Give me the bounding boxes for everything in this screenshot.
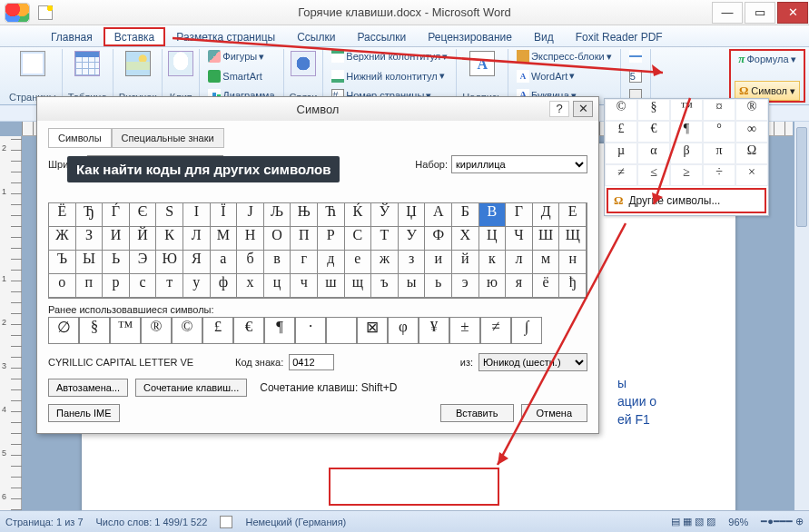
minimize-button[interactable]: — [712, 2, 743, 24]
char-cell[interactable]: Ж [49, 227, 76, 251]
recent-cell[interactable]: £ [202, 317, 233, 344]
char-cell[interactable]: т [156, 274, 183, 298]
symbol-quick-cell[interactable]: π [703, 143, 735, 164]
char-cell[interactable]: с [130, 274, 157, 298]
btn-footer[interactable]: Нижний колонтитул▾ [329, 69, 447, 84]
char-cell[interactable]: Ш [533, 227, 560, 251]
char-cell[interactable]: ф [211, 274, 238, 298]
char-cell[interactable]: Ћ [318, 203, 345, 227]
symbol-quick-cell[interactable]: ¤ [703, 99, 735, 121]
symbol-quick-cell[interactable]: ∞ [735, 121, 768, 143]
symbol-quick-cell[interactable]: µ [605, 143, 637, 164]
char-cell[interactable]: Ъ [49, 251, 76, 274]
char-cell[interactable]: И [103, 227, 130, 251]
code-input[interactable] [289, 354, 334, 370]
char-cell[interactable]: э [452, 274, 479, 298]
view-buttons[interactable]: ▤ ▦ ▧ ▨ [671, 516, 715, 527]
symbol-quick-cell[interactable]: ≥ [670, 164, 703, 186]
char-cell[interactable]: Т [371, 227, 399, 251]
recent-cell[interactable]: ¶ [264, 317, 295, 344]
char-cell[interactable]: З [76, 227, 104, 251]
symbol-quick-cell[interactable]: ® [735, 99, 768, 121]
char-cell[interactable]: П [291, 227, 318, 251]
char-cell[interactable]: Б [452, 203, 479, 227]
tab-home[interactable]: Главная [40, 27, 104, 46]
char-cell[interactable]: к [479, 251, 507, 274]
status-page[interactable]: Страница: 1 из 7 [5, 517, 84, 527]
set-select[interactable]: кириллица [451, 155, 587, 173]
char-cell[interactable]: ш [318, 274, 345, 298]
symbol-quick-cell[interactable]: © [605, 99, 637, 121]
char-cell[interactable]: в [264, 251, 291, 274]
char-cell[interactable]: Ђ [76, 203, 104, 227]
symbol-quick-cell[interactable]: α [637, 143, 670, 164]
char-cell[interactable]: Д [533, 203, 560, 227]
char-cell[interactable]: ц [264, 274, 291, 298]
char-cell[interactable]: Ї [211, 203, 238, 227]
symbol-quick-cell[interactable]: × [735, 164, 768, 186]
char-cell[interactable]: о [49, 274, 76, 298]
scrollbar-vertical[interactable] [794, 122, 809, 510]
qat-new-icon[interactable] [38, 5, 53, 20]
recent-cell[interactable] [326, 317, 357, 344]
char-cell[interactable]: Ы [76, 251, 104, 274]
spellcheck-icon[interactable] [220, 516, 232, 528]
char-cell[interactable]: О [264, 227, 291, 251]
symbol-quick-cell[interactable]: € [637, 121, 670, 143]
char-cell[interactable]: й [452, 251, 479, 274]
char-cell[interactable]: р [103, 274, 130, 298]
char-cell[interactable]: ь [425, 274, 452, 298]
char-cell[interactable]: Х [452, 227, 479, 251]
char-cell[interactable]: а [211, 251, 238, 274]
cancel-button[interactable]: Отмена [521, 404, 587, 422]
char-cell[interactable]: М [211, 227, 238, 251]
close-button[interactable]: ✕ [777, 2, 808, 24]
symbol-quick-cell[interactable]: ¶ [670, 121, 703, 143]
from-select[interactable]: Юникод (шестн.) [478, 353, 587, 371]
btn-formula[interactable]: πФормула▾ [735, 51, 798, 67]
tab-foxit[interactable]: Foxit Reader PDF [565, 27, 674, 46]
char-cell[interactable]: Й [130, 227, 157, 251]
char-cell[interactable]: У [399, 227, 426, 251]
dlg-tab-symbols[interactable]: Символы [48, 128, 112, 148]
recent-cell[interactable]: φ [388, 317, 419, 344]
status-lang[interactable]: Немецкий (Германия) [245, 517, 346, 527]
char-cell[interactable]: Ў [371, 203, 399, 227]
btn-datetime[interactable]: 5 [626, 69, 645, 84]
char-cell[interactable]: Ѓ [103, 203, 130, 227]
char-cell[interactable]: К [156, 227, 183, 251]
char-cell[interactable]: Љ [264, 203, 291, 227]
char-cell[interactable]: л [506, 251, 533, 274]
char-cell[interactable]: Щ [559, 227, 587, 251]
btn-wordart[interactable]: AWordArt▾ [514, 69, 577, 84]
char-cell[interactable]: п [76, 274, 104, 298]
char-cell[interactable]: Г [506, 203, 533, 227]
symbol-quick-cell[interactable]: β [670, 143, 703, 164]
ruler-vertical[interactable]: 211234567 [0, 136, 22, 510]
char-cell[interactable]: Ё [49, 203, 76, 227]
symbol-quick-cell[interactable]: ≤ [637, 164, 670, 186]
maximize-button[interactable]: ▭ [745, 2, 775, 24]
ime-button[interactable]: Панель IME [48, 404, 120, 422]
char-cell[interactable]: Р [318, 227, 345, 251]
char-cell[interactable]: Э [130, 251, 157, 274]
char-cell[interactable]: ы [399, 274, 426, 298]
btn-sigline[interactable] [626, 49, 645, 64]
dialog-help-button[interactable]: ? [549, 101, 569, 117]
group-table[interactable]: Таблица [63, 49, 113, 103]
recent-cell[interactable]: · [295, 317, 326, 344]
char-cell[interactable]: г [291, 251, 318, 274]
char-cell[interactable]: І [183, 203, 211, 227]
char-cell[interactable]: м [533, 251, 560, 274]
char-cell[interactable]: Я [183, 251, 211, 274]
btn-header[interactable]: Верхний колонтитул▾ [329, 49, 450, 64]
zoom-slider[interactable]: ━●━━━ ⊕ [761, 516, 804, 527]
shortcut-button[interactable]: Сочетание клавиш... [135, 379, 247, 397]
char-cell[interactable]: ђ [559, 274, 587, 298]
char-cell[interactable]: Ј [237, 203, 264, 227]
char-cell[interactable]: Н [237, 227, 264, 251]
symbol-quick-cell[interactable]: ° [703, 121, 735, 143]
char-cell[interactable]: Л [183, 227, 211, 251]
symbol-quick-cell[interactable]: ≠ [605, 164, 637, 186]
btn-quick[interactable]: Экспресс-блоки▾ [514, 49, 615, 64]
